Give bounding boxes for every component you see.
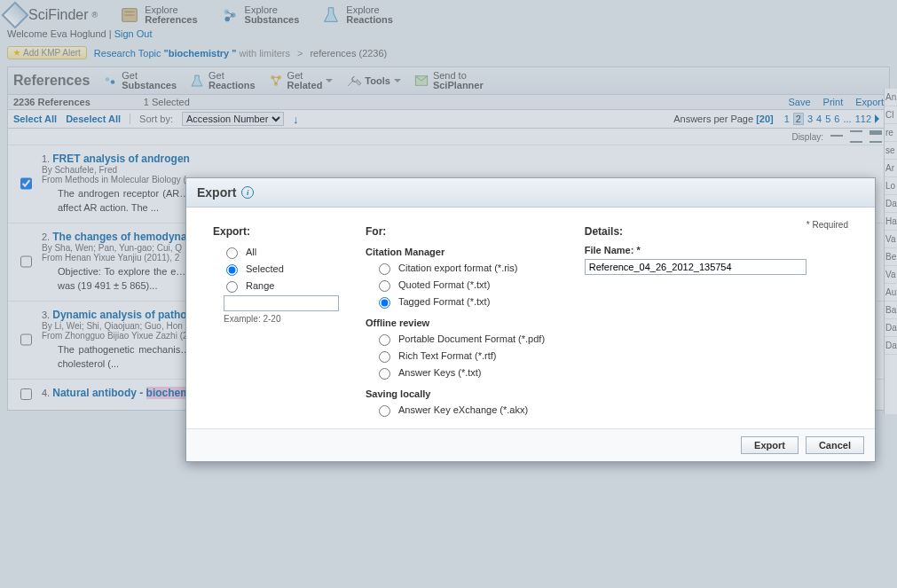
export-all-radio[interactable]: All <box>222 245 339 259</box>
modal-header: Export i <box>186 178 875 208</box>
export-details-column: Details: File Name: * <box>585 225 807 414</box>
filename-label: File Name: * <box>585 245 807 255</box>
format-tagged-radio[interactable]: Tagged Format (*.txt) <box>374 294 558 309</box>
required-note: * Required <box>807 220 848 230</box>
format-ris-radio[interactable]: Citation export format (*.ris) <box>374 261 558 275</box>
export-scope-column: Export: All Selected Range Example: 2-20 <box>213 225 339 414</box>
range-input[interactable] <box>224 295 339 311</box>
format-akx-radio[interactable]: Answer Key eXchange (*.akx) <box>374 403 558 414</box>
range-example: Example: 2-20 <box>224 314 339 324</box>
export-modal: Export i * Required Export: All Selected… <box>185 177 876 414</box>
format-quoted-radio[interactable]: Quoted Format (*.txt) <box>374 278 558 292</box>
format-answerkeys-radio[interactable]: Answer Keys (*.txt) <box>374 365 558 380</box>
info-icon[interactable]: i <box>241 186 254 199</box>
export-selected-radio[interactable]: Selected <box>222 262 339 276</box>
modal-title: Export <box>197 185 236 200</box>
export-range-radio[interactable]: Range <box>222 278 339 293</box>
format-pdf-radio[interactable]: Portable Document Format (*.pdf) <box>374 332 558 346</box>
format-rtf-radio[interactable]: Rich Text Format (*.rtf) <box>374 349 558 363</box>
filename-input[interactable] <box>585 259 807 275</box>
export-format-column: For: Citation Manager Citation export fo… <box>366 225 558 414</box>
